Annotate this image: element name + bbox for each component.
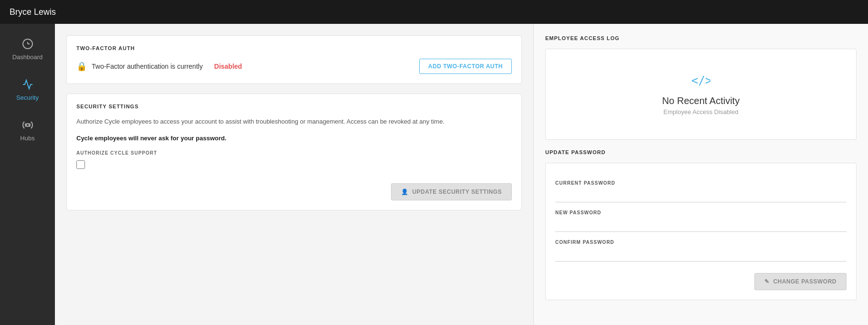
- security-desc-line2: Cycle employees will never ask for your …: [76, 134, 512, 144]
- sidebar-item-security[interactable]: Security: [0, 69, 55, 110]
- confirm-password-input[interactable]: [555, 248, 847, 262]
- new-password-label: NEW PASSWORD: [555, 210, 847, 215]
- authorize-label: AUTHORIZE CYCLE SUPPORT: [76, 150, 512, 156]
- two-factor-prefix: Two-Factor authentication is currently: [92, 63, 203, 70]
- no-activity-title: No Recent Activity: [662, 95, 740, 106]
- no-activity-sub: Employee Access Disabled: [664, 108, 739, 115]
- access-log-card: </> No Recent Activity Employee Access D…: [545, 49, 857, 140]
- two-factor-title: TWO-FACTOR AUTH: [76, 45, 512, 51]
- edit-icon: ✎: [764, 278, 770, 285]
- two-factor-status: 🔒 Two-Factor authentication is currently…: [76, 61, 242, 72]
- confirm-password-label: CONFIRM PASSWORD: [555, 240, 847, 245]
- access-log-title: EMPLOYEE ACCESS LOG: [545, 35, 857, 41]
- code-icon: </>: [691, 73, 710, 91]
- authorize-checkbox[interactable]: [76, 160, 85, 169]
- checkbox-wrapper: [76, 160, 512, 169]
- change-password-button[interactable]: ✎ CHANGE PASSWORD: [754, 273, 847, 290]
- change-password-label: CHANGE PASSWORD: [773, 278, 836, 285]
- change-pwd-row: ✎ CHANGE PASSWORD: [555, 273, 847, 290]
- sidebar: Dashboard Security Hubs: [0, 24, 55, 325]
- content-area: TWO-FACTOR AUTH 🔒 Two-Factor authenticat…: [55, 24, 868, 325]
- two-factor-card: TWO-FACTOR AUTH 🔒 Two-Factor authenticat…: [66, 35, 522, 84]
- top-bar: Bryce Lewis: [0, 0, 868, 24]
- two-factor-disabled: Disabled: [214, 63, 242, 70]
- svg-point-3: [26, 124, 29, 126]
- dashboard-icon: [21, 37, 34, 51]
- main-layout: Dashboard Security Hubs: [0, 24, 868, 325]
- app-title: Bryce Lewis: [10, 7, 56, 17]
- security-settings-card: SECURITY SETTINGS Authorize Cycle employ…: [66, 94, 522, 210]
- update-btn-row: 👤 UPDATE SECURITY SETTINGS: [76, 183, 512, 200]
- current-password-label: CURRENT PASSWORD: [555, 180, 847, 186]
- current-password-input[interactable]: [555, 189, 847, 202]
- update-security-label: UPDATE SECURITY SETTINGS: [412, 189, 502, 195]
- update-password-title: UPDATE PASSWORD: [545, 149, 857, 155]
- right-panel: EMPLOYEE ACCESS LOG </> No Recent Activi…: [534, 24, 868, 325]
- new-password-input[interactable]: [555, 218, 847, 232]
- sidebar-item-dashboard[interactable]: Dashboard: [0, 29, 55, 69]
- security-desc-line1: Authorize Cycle employees to access your…: [76, 117, 512, 127]
- update-password-card: CURRENT PASSWORD NEW PASSWORD CONFIRM PA…: [545, 163, 857, 300]
- password-section: UPDATE PASSWORD CURRENT PASSWORD NEW PAS…: [545, 149, 857, 300]
- security-icon: [21, 78, 34, 91]
- update-security-button[interactable]: 👤 UPDATE SECURITY SETTINGS: [391, 183, 512, 200]
- hubs-icon: [21, 118, 34, 132]
- security-desc-strong: Cycle employees will never ask for your …: [76, 135, 226, 142]
- security-settings-title: SECURITY SETTINGS: [76, 104, 512, 109]
- sidebar-label-security: Security: [16, 94, 39, 101]
- person-icon: 👤: [401, 189, 409, 195]
- sidebar-label-dashboard: Dashboard: [12, 53, 43, 61]
- add-two-factor-button[interactable]: ADD TWO-FACTOR AUTH: [419, 59, 512, 74]
- sidebar-item-hubs[interactable]: Hubs: [0, 110, 55, 150]
- sidebar-label-hubs: Hubs: [20, 135, 34, 142]
- left-panel: TWO-FACTOR AUTH 🔒 Two-Factor authenticat…: [55, 24, 534, 325]
- lock-icon: 🔒: [76, 61, 87, 72]
- no-activity-box: </> No Recent Activity Employee Access D…: [555, 59, 847, 130]
- svg-text:</>: </>: [691, 74, 710, 87]
- two-factor-row: 🔒 Two-Factor authentication is currently…: [76, 59, 512, 74]
